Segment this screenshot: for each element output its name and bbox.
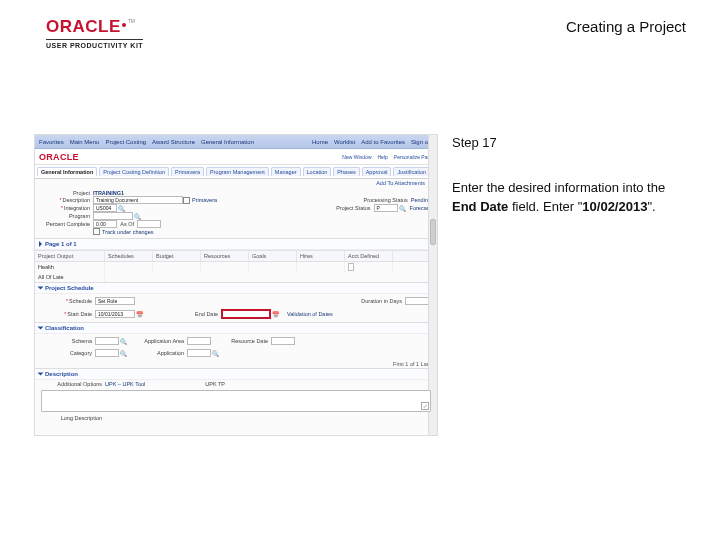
- tab-strip: General Information Project Costing Defi…: [35, 165, 437, 179]
- tab-program-management[interactable]: Program Management: [206, 167, 269, 176]
- lookup-icon[interactable]: 🔍: [212, 350, 219, 357]
- page-section-header: Page 1 of 1: [35, 238, 437, 250]
- calendar-icon[interactable]: 📅: [136, 311, 143, 318]
- as-of-input[interactable]: [137, 220, 161, 228]
- project-status-label: Project Status: [314, 205, 374, 211]
- duration-input[interactable]: [405, 297, 429, 305]
- program-label: Program: [41, 213, 93, 219]
- crumb[interactable]: Favorites: [39, 139, 64, 145]
- col-acct-defined[interactable]: Acct Defined: [345, 251, 393, 261]
- chevron-down-icon[interactable]: [38, 373, 44, 376]
- col-budget[interactable]: Budget: [153, 251, 201, 261]
- category-input[interactable]: [95, 349, 119, 357]
- expand-icon[interactable]: ⤢: [421, 402, 429, 410]
- tab-phases[interactable]: Phases: [333, 167, 359, 176]
- start-date-label: *Start Date: [43, 311, 95, 317]
- crumb[interactable]: Project Costing: [105, 139, 146, 145]
- chevron-down-icon[interactable]: [38, 327, 44, 330]
- step-label: Step 17: [452, 134, 680, 153]
- col-resources[interactable]: Resources: [201, 251, 249, 261]
- start-date-input[interactable]: 10/01/2013: [95, 310, 135, 318]
- page: ORACLETM USER PRODUCTIVITY KIT Creating …: [0, 0, 720, 540]
- header-links: Home Worklist Add to Favorites Sign out: [312, 139, 433, 145]
- tab-primavera[interactable]: Primavera: [171, 167, 204, 176]
- trademark-icon: TM: [128, 18, 135, 24]
- primavera-label: Primavera: [192, 197, 217, 203]
- col-schedules[interactable]: Schedules: [105, 251, 153, 261]
- tab-project-costing-definition[interactable]: Project Costing Definition: [99, 167, 169, 176]
- breadcrumb-bar: Favorites Main Menu Project Costing Awar…: [35, 135, 437, 149]
- application-input[interactable]: [187, 349, 211, 357]
- scrollbar-thumb[interactable]: [430, 219, 436, 245]
- track-changes-checkbox[interactable]: [93, 228, 100, 235]
- resource-date-input[interactable]: [271, 337, 295, 345]
- favorites-link[interactable]: Add to Favorites: [361, 139, 405, 145]
- duration-label: Duration in Days: [349, 298, 405, 304]
- program-input[interactable]: [93, 212, 133, 220]
- track-changes-label: Track under changes: [102, 229, 153, 235]
- lookup-icon[interactable]: 🔍: [134, 213, 141, 220]
- crumb[interactable]: Award Structure: [152, 139, 195, 145]
- end-date-input[interactable]: [221, 309, 271, 319]
- col-hires[interactable]: Hires: [297, 251, 345, 261]
- schema-label: Schema: [43, 338, 95, 344]
- brand-row: ORACLE New Window Help Personalize Page: [35, 149, 437, 165]
- cell-health: Health: [35, 262, 105, 272]
- crumb[interactable]: Main Menu: [70, 139, 100, 145]
- crumb[interactable]: General Information: [201, 139, 254, 145]
- breadcrumb: Favorites Main Menu Project Costing Awar…: [39, 139, 254, 145]
- schedule-input[interactable]: Set Rule: [95, 297, 135, 305]
- long-description-label: Long Description: [41, 415, 105, 421]
- project-status-input[interactable]: P: [374, 204, 398, 212]
- application-label: Application: [135, 350, 187, 356]
- col-goals[interactable]: Goals: [249, 251, 297, 261]
- end-date-label: End Date: [187, 311, 221, 317]
- worklist-link[interactable]: Worklist: [334, 139, 355, 145]
- chevron-right-icon[interactable]: [39, 241, 42, 247]
- field-name: End Date: [452, 199, 508, 214]
- tab-justification[interactable]: Justification: [393, 167, 430, 176]
- schedule-section-header: Project Schedule: [35, 282, 437, 294]
- tab-location[interactable]: Location: [303, 167, 332, 176]
- additional-options-label: Additional Options: [41, 381, 105, 387]
- oracle-logo: ORACLETM USER PRODUCTIVITY KIT: [46, 18, 143, 49]
- category-label: Category: [43, 350, 95, 356]
- dot-icon: [122, 23, 126, 27]
- application-area-input[interactable]: [187, 337, 211, 345]
- description-input[interactable]: Training Document: [93, 196, 183, 204]
- description-textarea[interactable]: ⤢: [41, 390, 431, 412]
- add-attachments-link[interactable]: Add To Attachments: [35, 179, 437, 187]
- subbrand-label: USER PRODUCTIVITY KIT: [46, 39, 143, 49]
- schema-input[interactable]: [95, 337, 119, 345]
- utility-links: New Window Help Personalize Page: [342, 154, 433, 160]
- percent-complete-label: Percent Complete: [41, 221, 93, 227]
- acct-defined-input[interactable]: [348, 263, 354, 271]
- additional-options-value: UPK – UPK Tool: [105, 381, 145, 387]
- processing-status-label: Processing Status: [351, 197, 411, 203]
- lookup-icon[interactable]: 🔍: [120, 338, 127, 345]
- application-area-label: Application Area: [135, 338, 187, 344]
- integration-input[interactable]: US004: [93, 204, 117, 212]
- lookup-icon[interactable]: 🔍: [118, 205, 125, 212]
- new-window-link[interactable]: New Window: [342, 154, 371, 160]
- percent-complete-input[interactable]: 0.00: [93, 220, 117, 228]
- validation-dates-link[interactable]: Validation of Dates: [287, 311, 333, 317]
- home-link[interactable]: Home: [312, 139, 328, 145]
- primavera-checkbox[interactable]: [183, 197, 190, 204]
- as-of-label: As Of: [117, 221, 137, 227]
- tab-general-information[interactable]: General Information: [37, 167, 97, 176]
- chevron-down-icon[interactable]: [38, 287, 44, 290]
- lookup-icon[interactable]: 🔍: [120, 350, 127, 357]
- classification-form: Schema🔍 Application Area Resource Date C…: [35, 334, 437, 360]
- col-project-output[interactable]: Project Output: [35, 251, 105, 261]
- tab-manager[interactable]: Manager: [271, 167, 301, 176]
- schedule-form: *Schedule Set Rule Duration in Days *Sta…: [35, 294, 437, 322]
- tab-approval[interactable]: Approval: [362, 167, 392, 176]
- oracle-wordmark: ORACLETM: [46, 18, 135, 36]
- help-link[interactable]: Help: [378, 154, 388, 160]
- instruction-panel: Step 17 Enter the desired information in…: [452, 134, 680, 217]
- lookup-icon[interactable]: 🔍: [399, 205, 406, 212]
- calendar-icon[interactable]: 📅: [272, 311, 279, 318]
- classification-pager[interactable]: First 1 of 1 Last: [35, 360, 437, 368]
- all-of-late-row: All Of Late: [35, 272, 437, 282]
